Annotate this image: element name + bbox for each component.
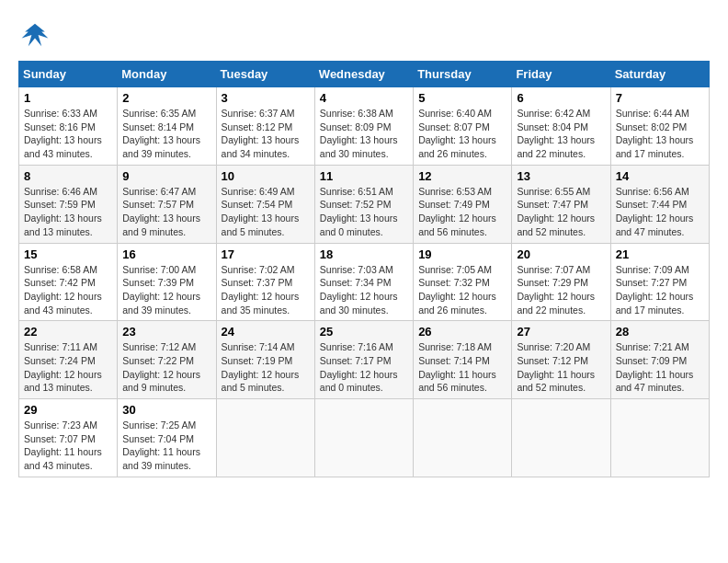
calendar-cell: 2 Sunrise: 6:35 AM Sunset: 8:14 PM Dayli… xyxy=(118,87,216,166)
daylight-text: Daylight: 11 hours and 47 minutes. xyxy=(616,369,694,394)
day-number: 29 xyxy=(24,403,112,417)
sunrise-text: Sunrise: 7:07 AM xyxy=(517,264,590,275)
sunrise-text: Sunrise: 6:56 AM xyxy=(616,186,689,197)
day-number: 20 xyxy=(517,247,605,261)
sunrise-text: Sunrise: 7:00 AM xyxy=(122,264,196,275)
sunrise-text: Sunrise: 6:46 AM xyxy=(24,186,97,197)
day-info: Sunrise: 6:38 AM Sunset: 8:09 PM Dayligh… xyxy=(320,107,408,161)
daylight-text: Daylight: 12 hours and 17 minutes. xyxy=(616,291,694,316)
calendar-cell: 18 Sunrise: 7:03 AM Sunset: 7:34 PM Dayl… xyxy=(314,243,413,321)
sunset-text: Sunset: 7:34 PM xyxy=(320,277,392,288)
sunrise-text: Sunrise: 6:55 AM xyxy=(517,186,590,197)
sunset-text: Sunset: 8:07 PM xyxy=(418,121,490,132)
day-info: Sunrise: 6:51 AM Sunset: 7:52 PM Dayligh… xyxy=(320,185,408,239)
day-info: Sunrise: 6:35 AM Sunset: 8:14 PM Dayligh… xyxy=(122,107,210,161)
calendar-cell: 14 Sunrise: 6:56 AM Sunset: 7:44 PM Dayl… xyxy=(610,165,709,243)
sunrise-text: Sunrise: 7:02 AM xyxy=(222,264,295,275)
calendar-cell: 19 Sunrise: 7:05 AM Sunset: 7:32 PM Dayl… xyxy=(414,243,512,321)
day-info: Sunrise: 7:20 AM Sunset: 7:12 PM Dayligh… xyxy=(517,340,605,395)
calendar-cell: 27 Sunrise: 7:20 AM Sunset: 7:12 PM Dayl… xyxy=(512,321,610,399)
sunrise-text: Sunrise: 7:09 AM xyxy=(616,264,689,275)
sunrise-text: Sunrise: 7:03 AM xyxy=(320,264,393,275)
calendar-cell: 11 Sunrise: 6:51 AM Sunset: 7:52 PM Dayl… xyxy=(314,165,413,243)
daylight-text: Daylight: 12 hours and 30 minutes. xyxy=(320,291,398,316)
day-number: 17 xyxy=(222,247,310,261)
day-info: Sunrise: 7:02 AM Sunset: 7:37 PM Dayligh… xyxy=(222,263,310,317)
day-info: Sunrise: 6:55 AM Sunset: 7:47 PM Dayligh… xyxy=(517,185,605,239)
sunset-text: Sunset: 8:16 PM xyxy=(24,121,96,132)
sunset-text: Sunset: 7:09 PM xyxy=(616,355,688,366)
sunset-text: Sunset: 8:02 PM xyxy=(616,121,688,132)
sunset-text: Sunset: 7:54 PM xyxy=(222,199,293,210)
calendar-cell: 24 Sunrise: 7:14 AM Sunset: 7:19 PM Dayl… xyxy=(216,321,314,399)
calendar-cell: 17 Sunrise: 7:02 AM Sunset: 7:37 PM Dayl… xyxy=(216,243,314,321)
logo xyxy=(18,18,55,52)
day-number: 12 xyxy=(418,169,506,183)
day-info: Sunrise: 7:25 AM Sunset: 7:04 PM Dayligh… xyxy=(122,419,210,473)
day-number: 14 xyxy=(616,169,704,183)
sunset-text: Sunset: 7:19 PM xyxy=(222,355,293,366)
day-info: Sunrise: 7:14 AM Sunset: 7:19 PM Dayligh… xyxy=(222,340,310,395)
day-number: 22 xyxy=(24,325,112,339)
daylight-text: Daylight: 13 hours and 22 minutes. xyxy=(517,134,595,159)
sunset-text: Sunset: 7:37 PM xyxy=(222,277,293,288)
sunset-text: Sunset: 8:14 PM xyxy=(122,121,194,132)
day-info: Sunrise: 6:47 AM Sunset: 7:57 PM Dayligh… xyxy=(122,185,210,239)
weekday-header-friday: Friday xyxy=(512,62,610,87)
day-number: 19 xyxy=(418,247,506,261)
day-info: Sunrise: 7:00 AM Sunset: 7:39 PM Dayligh… xyxy=(122,263,210,317)
sunrise-text: Sunrise: 7:18 AM xyxy=(418,341,492,352)
calendar-cell xyxy=(414,399,512,477)
calendar-cell: 12 Sunrise: 6:53 AM Sunset: 7:49 PM Dayl… xyxy=(414,165,512,243)
daylight-text: Daylight: 12 hours and 13 minutes. xyxy=(24,369,102,394)
calendar-cell: 30 Sunrise: 7:25 AM Sunset: 7:04 PM Dayl… xyxy=(118,399,216,477)
daylight-text: Daylight: 13 hours and 9 minutes. xyxy=(122,213,200,237)
day-number: 4 xyxy=(320,91,408,105)
daylight-text: Daylight: 13 hours and 26 minutes. xyxy=(418,134,496,159)
calendar-cell: 4 Sunrise: 6:38 AM Sunset: 8:09 PM Dayli… xyxy=(314,87,413,166)
sunrise-text: Sunrise: 6:42 AM xyxy=(517,108,590,119)
calendar-cell: 21 Sunrise: 7:09 AM Sunset: 7:27 PM Dayl… xyxy=(610,243,709,321)
calendar-cell xyxy=(216,399,314,477)
sunset-text: Sunset: 7:14 PM xyxy=(418,355,490,366)
calendar-cell: 15 Sunrise: 6:58 AM Sunset: 7:42 PM Dayl… xyxy=(19,243,118,321)
calendar-cell: 5 Sunrise: 6:40 AM Sunset: 8:07 PM Dayli… xyxy=(414,87,512,166)
day-info: Sunrise: 7:12 AM Sunset: 7:22 PM Dayligh… xyxy=(122,340,210,395)
day-number: 6 xyxy=(517,91,605,105)
sunrise-text: Sunrise: 7:23 AM xyxy=(24,419,97,431)
calendar-week-3: 15 Sunrise: 6:58 AM Sunset: 7:42 PM Dayl… xyxy=(19,243,710,321)
daylight-text: Daylight: 11 hours and 43 minutes. xyxy=(24,446,102,471)
calendar-cell: 13 Sunrise: 6:55 AM Sunset: 7:47 PM Dayl… xyxy=(512,165,610,243)
sunset-text: Sunset: 7:32 PM xyxy=(418,277,490,288)
daylight-text: Daylight: 13 hours and 43 minutes. xyxy=(24,134,102,159)
day-info: Sunrise: 6:42 AM Sunset: 8:04 PM Dayligh… xyxy=(517,107,605,161)
sunrise-text: Sunrise: 6:38 AM xyxy=(320,108,393,119)
sunset-text: Sunset: 8:12 PM xyxy=(222,121,293,132)
daylight-text: Daylight: 12 hours and 5 minutes. xyxy=(222,369,300,394)
sunrise-text: Sunrise: 6:58 AM xyxy=(24,264,97,275)
day-info: Sunrise: 6:56 AM Sunset: 7:44 PM Dayligh… xyxy=(616,185,704,239)
day-info: Sunrise: 7:09 AM Sunset: 7:27 PM Dayligh… xyxy=(616,263,704,317)
sunrise-text: Sunrise: 7:16 AM xyxy=(320,341,393,352)
day-info: Sunrise: 7:05 AM Sunset: 7:32 PM Dayligh… xyxy=(418,263,506,317)
daylight-text: Daylight: 11 hours and 56 minutes. xyxy=(418,369,496,394)
sunset-text: Sunset: 7:52 PM xyxy=(320,199,392,210)
daylight-text: Daylight: 12 hours and 35 minutes. xyxy=(222,291,300,316)
day-number: 1 xyxy=(24,91,112,105)
day-info: Sunrise: 6:40 AM Sunset: 8:07 PM Dayligh… xyxy=(418,107,506,161)
day-number: 8 xyxy=(24,169,112,183)
sunrise-text: Sunrise: 7:14 AM xyxy=(222,341,295,352)
calendar-cell: 20 Sunrise: 7:07 AM Sunset: 7:29 PM Dayl… xyxy=(512,243,610,321)
daylight-text: Daylight: 11 hours and 52 minutes. xyxy=(517,369,595,394)
day-number: 21 xyxy=(616,247,704,261)
daylight-text: Daylight: 12 hours and 56 minutes. xyxy=(418,213,496,237)
weekday-header-thursday: Thursday xyxy=(414,62,512,87)
day-number: 16 xyxy=(122,247,210,261)
day-number: 30 xyxy=(122,403,210,417)
weekday-header-wednesday: Wednesday xyxy=(314,62,413,87)
daylight-text: Daylight: 12 hours and 26 minutes. xyxy=(418,291,496,316)
sunset-text: Sunset: 7:59 PM xyxy=(24,199,96,210)
calendar-cell: 7 Sunrise: 6:44 AM Sunset: 8:02 PM Dayli… xyxy=(610,87,709,166)
day-number: 28 xyxy=(616,325,704,339)
daylight-text: Daylight: 13 hours and 5 minutes. xyxy=(222,213,300,237)
